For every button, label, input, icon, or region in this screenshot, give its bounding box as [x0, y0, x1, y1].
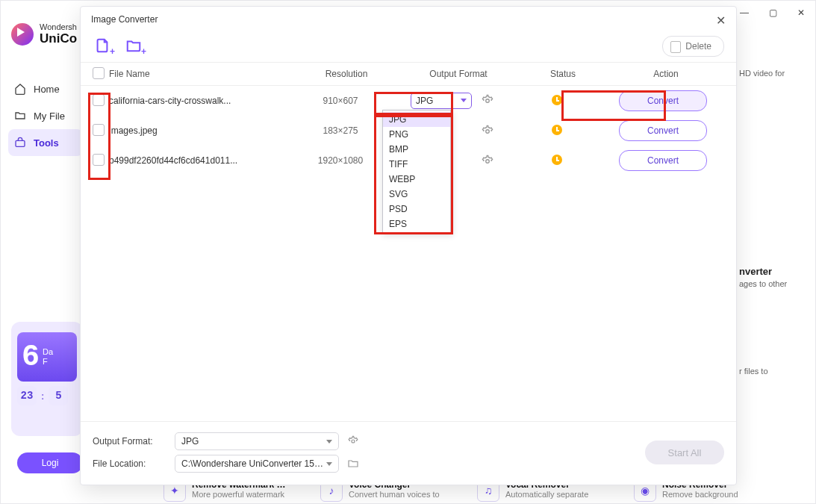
- right-panel-1[interactable]: HD video for: [739, 69, 808, 78]
- add-folder-icon[interactable]: +: [124, 37, 145, 55]
- file-resolution: 183×275: [288, 125, 393, 136]
- status-cell: [512, 95, 602, 108]
- pending-icon: [552, 125, 562, 135]
- action-cell: Convert: [602, 150, 724, 171]
- home-icon: [14, 83, 26, 95]
- status-cell: [512, 125, 602, 137]
- close-window-button[interactable]: ✕: [796, 7, 806, 18]
- login-button[interactable]: Logi: [17, 452, 83, 473]
- convert-button[interactable]: Convert: [619, 150, 707, 171]
- sidebar-item-label: Home: [34, 84, 60, 95]
- row-checkbox[interactable]: [93, 154, 105, 166]
- footer-output-label: Output Format:: [93, 436, 167, 447]
- folder-icon: [14, 110, 26, 122]
- row-checkbox[interactable]: [93, 124, 105, 136]
- svg-rect-0: [16, 140, 25, 146]
- select-all-checkbox[interactable]: [93, 67, 105, 79]
- dd-option-bmp[interactable]: BMP: [383, 142, 450, 157]
- toolbox-icon: [14, 137, 26, 149]
- file-resolution: 910×607: [288, 96, 393, 106]
- modal-title: Image Converter: [91, 14, 158, 25]
- convert-button[interactable]: Convert: [619, 120, 707, 141]
- modal-titlebar: Image Converter ✕: [81, 7, 736, 31]
- right-panels: HD video for nverter ages to other r fil…: [739, 66, 808, 392]
- promo-counter: 6 Da F: [17, 332, 77, 382]
- row-checkbox[interactable]: [93, 94, 105, 106]
- brand-line2: UniCo: [40, 32, 77, 46]
- footer-location-label: File Location:: [93, 458, 167, 469]
- brand-text: Wondersh UniCo: [40, 23, 77, 45]
- right-panel-2[interactable]: nverter ages to other: [739, 266, 808, 288]
- file-name: b499df2260fd44cf6cd641d011...: [109, 155, 288, 166]
- file-resolution: 1920×1080: [288, 155, 393, 166]
- close-icon[interactable]: ✕: [716, 13, 726, 28]
- open-folder-icon[interactable]: [346, 457, 360, 470]
- settings-icon[interactable]: [481, 94, 494, 108]
- brand: Wondersh UniCo: [11, 23, 77, 46]
- start-all-button[interactable]: Start All: [645, 441, 724, 464]
- convert-button[interactable]: Convert: [619, 90, 707, 111]
- file-name: california-cars-city-crosswalk...: [109, 96, 288, 106]
- col-action: Action: [608, 69, 724, 79]
- footer-output-settings-icon[interactable]: [346, 435, 360, 448]
- sidebar-item-label: Tools: [34, 137, 59, 149]
- pending-icon: [552, 95, 562, 105]
- promo-t2: 5: [49, 386, 68, 405]
- delete-label: Delete: [685, 41, 711, 52]
- promo-days: 6: [22, 340, 40, 374]
- dd-option-tiff[interactable]: TIFF: [383, 157, 450, 172]
- minimize-button[interactable]: —: [739, 7, 750, 18]
- promo-sub2: F: [43, 357, 48, 366]
- dd-option-jpg[interactable]: JPG: [383, 112, 450, 127]
- promo-t1: 23: [17, 386, 37, 405]
- sidebar-item-my-files[interactable]: My File: [8, 102, 83, 129]
- add-file-icon[interactable]: +: [93, 37, 113, 55]
- sidebar-item-tools[interactable]: Tools: [8, 129, 83, 156]
- dd-option-webp[interactable]: WEBP: [383, 172, 450, 187]
- col-output: Output Format: [399, 69, 518, 79]
- svg-point-2: [486, 130, 490, 134]
- svg-point-3: [486, 160, 490, 164]
- action-cell: Convert: [602, 120, 724, 141]
- table-header: File Name Resolution Output Format Statu…: [81, 63, 736, 86]
- table-body: california-cars-city-crosswalk... 910×60…: [81, 86, 736, 421]
- promo-panel: 6 Da F 23 : 5: [11, 322, 83, 436]
- right-panel-3[interactable]: r files to: [739, 367, 808, 376]
- svg-point-4: [352, 440, 355, 443]
- delete-button[interactable]: Delete: [662, 36, 724, 57]
- output-cell: JPG: [393, 93, 512, 109]
- modal-footer: Output Format: JPG File Location: C:\Won…: [81, 421, 736, 485]
- modal-toolbar: + + Delete: [81, 31, 736, 63]
- maximize-button[interactable]: ▢: [767, 7, 778, 18]
- dd-option-psd[interactable]: PSD: [383, 202, 450, 217]
- sidebar-item-label: My File: [34, 111, 65, 122]
- format-dropdown[interactable]: JPG PNG BMP TIFF WEBP SVG PSD EPS: [382, 110, 453, 234]
- settings-icon[interactable]: [481, 155, 494, 168]
- promo-timer: 23 : 5: [17, 386, 77, 405]
- dd-option-svg[interactable]: SVG: [383, 187, 450, 202]
- sidebar: Home My File Tools: [8, 75, 83, 156]
- image-converter-modal: Image Converter ✕ + + Delete File Name R…: [80, 6, 737, 485]
- footer-location-select[interactable]: C:\Wondershare UniConverter 15\Im: [175, 455, 339, 473]
- promo-sub1: Da: [43, 347, 53, 356]
- action-cell: Convert: [602, 90, 724, 111]
- footer-output-select[interactable]: JPG: [175, 432, 339, 450]
- file-name: images.jpeg: [109, 125, 288, 136]
- format-select[interactable]: JPG: [411, 93, 472, 109]
- brand-logo-icon: [11, 23, 34, 46]
- col-resolution: Resolution: [294, 69, 399, 79]
- svg-point-1: [486, 99, 490, 103]
- pending-icon: [552, 155, 562, 165]
- dd-option-png[interactable]: PNG: [383, 127, 450, 142]
- col-status: Status: [518, 69, 608, 79]
- status-cell: [512, 155, 602, 167]
- sidebar-item-home[interactable]: Home: [8, 75, 83, 102]
- col-filename: File Name: [109, 69, 294, 79]
- dd-option-eps[interactable]: EPS: [383, 217, 450, 231]
- settings-icon[interactable]: [481, 125, 494, 138]
